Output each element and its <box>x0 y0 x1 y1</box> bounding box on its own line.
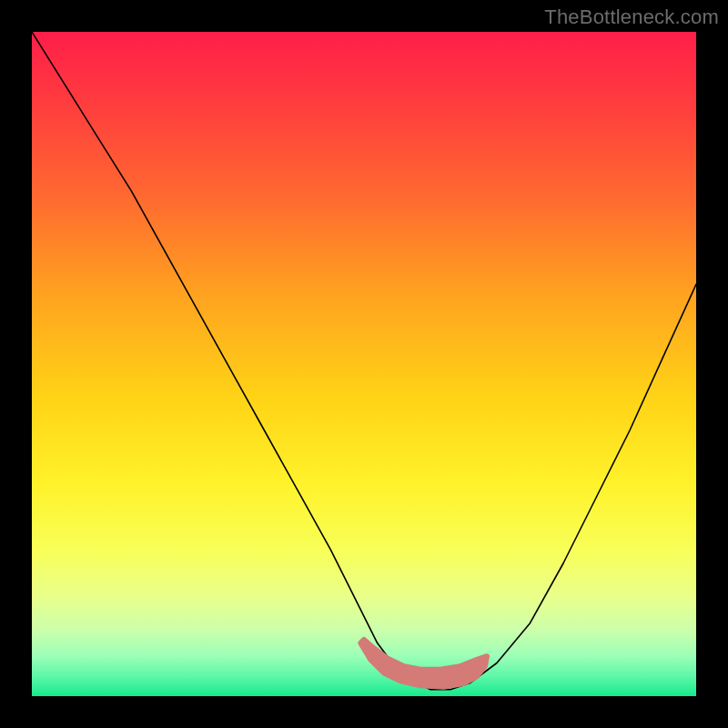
chart-svg <box>32 32 696 696</box>
plot-area <box>32 32 696 696</box>
gradient-background <box>32 32 696 696</box>
chart-frame: TheBottleneck.com <box>0 0 728 728</box>
watermark-text: TheBottleneck.com <box>544 5 719 29</box>
